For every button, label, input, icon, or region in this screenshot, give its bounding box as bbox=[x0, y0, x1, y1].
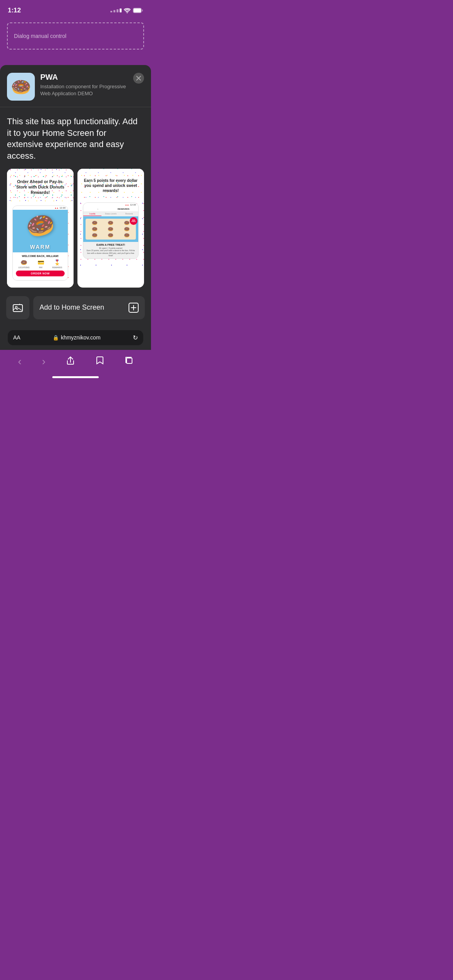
warm-text: WARM bbox=[13, 244, 68, 250]
tabs-button[interactable] bbox=[125, 356, 133, 367]
status-time: 1:12 bbox=[8, 7, 21, 14]
add-to-home-screen-button[interactable]: Add to Home Screen bbox=[33, 296, 145, 319]
dialog-manual-control: Dialog manual control bbox=[7, 22, 144, 50]
app-info: PWA Installation component for Progressi… bbox=[40, 73, 128, 97]
bottom-nav: ‹ › bbox=[0, 350, 151, 371]
app-header: 🍩 PWA Installation component for Progres… bbox=[0, 65, 151, 107]
url-bar: 🔒 khmyznikov.com bbox=[24, 334, 129, 341]
back-button[interactable]: ‹ bbox=[18, 355, 21, 368]
app-description: Installation component for Progressive W… bbox=[40, 83, 128, 97]
icon-row: 🍩LOCATIONS 💳PAY 🎖️REWARDS bbox=[14, 259, 66, 269]
earn-title: EARN A FREE TREAT! bbox=[83, 242, 138, 247]
screenshot-2: Earn 5 points for every dollar you spend… bbox=[77, 169, 144, 288]
svg-rect-2 bbox=[13, 305, 22, 312]
bottom-sheet: 🍩 PWA Installation component for Progres… bbox=[0, 65, 151, 350]
svg-rect-1 bbox=[134, 9, 141, 13]
phone-mockup-1: ▲▲ 12:30 🍩 WARM WELCOME BACK, WILLIAM! bbox=[12, 206, 68, 281]
lock-icon: 🔒 bbox=[53, 335, 59, 341]
status-icons bbox=[110, 8, 143, 13]
purple-bg: Dialog manual control bbox=[0, 19, 151, 65]
earn-sub: $1 spent = 5 points earnedEarn 25 points… bbox=[83, 247, 138, 259]
aa-button[interactable]: AA bbox=[13, 334, 21, 341]
forward-button[interactable]: › bbox=[42, 355, 45, 368]
order-now-btn: ORDER NOW bbox=[16, 271, 65, 276]
bookmarks-button[interactable] bbox=[96, 356, 104, 367]
reload-button[interactable]: ↻ bbox=[133, 334, 138, 341]
home-indicator bbox=[0, 371, 151, 384]
share-button[interactable] bbox=[66, 355, 75, 368]
sc2-header: Earn 5 points for every dollar you spend… bbox=[81, 173, 141, 196]
screenshot-1: Order Ahead or Pay-In-Store with Duck Do… bbox=[7, 169, 74, 288]
app-icon: 🍩 bbox=[7, 73, 35, 101]
browser-bar[interactable]: AA 🔒 khmyznikov.com ↻ bbox=[8, 330, 143, 345]
add-home-label: Add to Home Screen bbox=[39, 303, 104, 312]
close-button[interactable] bbox=[133, 73, 144, 84]
add-home-row: Add to Home Screen bbox=[0, 296, 151, 327]
battery-icon bbox=[133, 8, 143, 13]
browser-bar-wrapper: AA 🔒 khmyznikov.com ↻ bbox=[0, 327, 151, 350]
dialog-label: Dialog manual control bbox=[14, 33, 66, 39]
svg-rect-4 bbox=[127, 358, 132, 363]
phone-mockup-2: ▲▲ 12:30 ← REWARDS Loyalty Status Levels… bbox=[83, 202, 139, 259]
welcome-text: WELCOME BACK, WILLIAM! bbox=[14, 255, 66, 257]
image-picker-button[interactable] bbox=[6, 296, 29, 319]
status-bar: 1:12 bbox=[0, 0, 151, 19]
sc1-header: Order Ahead or Pay-In-Store with Duck Do… bbox=[11, 173, 70, 199]
promo-text: This site has app functionality. Add it … bbox=[0, 107, 151, 169]
screenshots-row: Order Ahead or Pay-In-Store with Duck Do… bbox=[0, 169, 151, 296]
signal-icon bbox=[110, 9, 122, 12]
wifi-icon bbox=[124, 8, 130, 13]
add-icon bbox=[129, 303, 139, 313]
app-name: PWA bbox=[40, 73, 128, 82]
url-text: khmyznikov.com bbox=[61, 334, 100, 341]
home-pill bbox=[52, 376, 99, 378]
